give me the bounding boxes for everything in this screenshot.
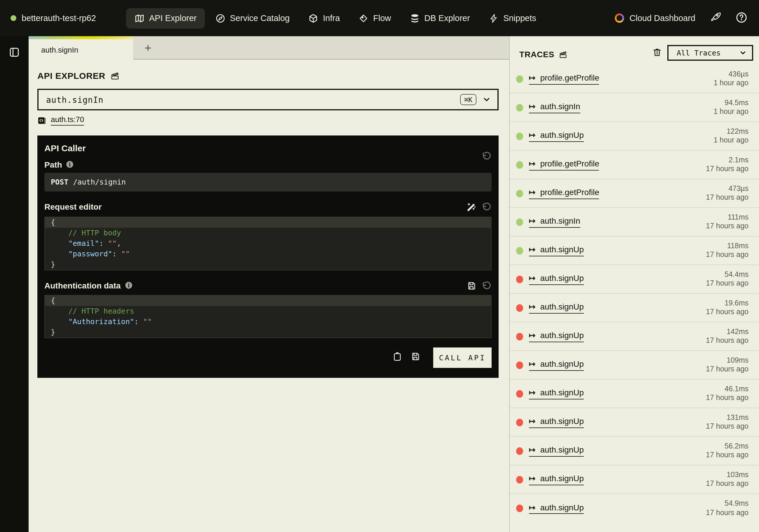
trace-row[interactable]: ↦auth.signUp122ms1 hour ago [509,122,759,151]
request-reset-button[interactable] [481,202,492,214]
trace-duration: 118ms [706,241,748,251]
nav-label: API Explorer [149,14,197,23]
tab-strip: + auth.signIn [28,36,509,60]
traces-filter-dropdown[interactable]: All Traces [667,45,753,61]
trace-time: 17 hours ago [706,508,748,517]
trace-row[interactable]: ↦auth.signUp142ms17 hours ago [509,322,759,351]
trace-link[interactable]: ↦profile.getProfile [529,73,599,85]
code-line: } [45,327,491,338]
trace-meta: 2.1ms17 hours ago [706,156,748,174]
trace-arrow-icon: ↦ [529,273,536,283]
nav-item-infra[interactable]: Infra [300,8,348,28]
trace-link[interactable]: ↦auth.signUp [529,302,584,313]
trace-meta: 19.6ms17 hours ago [706,299,748,317]
magic-wand-icon [466,202,476,212]
trace-time: 17 hours ago [706,222,748,231]
trace-row[interactable]: ↦profile.getProfile436µs1 hour ago [509,65,759,94]
save-floppy-icon [411,352,420,362]
code-file-icon [37,116,46,125]
trace-time: 1 hour ago [713,136,748,145]
trace-row[interactable]: ↦auth.signUp131ms17 hours ago [509,408,759,437]
trace-row[interactable]: ↦auth.signIn111ms17 hours ago [509,208,759,236]
trace-arrow-icon: ↦ [529,188,536,197]
call-api-button[interactable]: CALL API [433,347,492,368]
traces-panel: TRACES All Traces ↦profile.getProfile436… [509,36,759,532]
trace-row[interactable]: ↦auth.signUp19.6ms17 hours ago [509,294,759,322]
auth-reset-button[interactable] [481,281,492,293]
trace-link[interactable]: ↦auth.signIn [529,216,580,228]
trace-link[interactable]: ↦auth.signUp [529,359,584,371]
trace-row[interactable]: ↦auth.signUp54.4ms17 hours ago [509,265,759,294]
trace-row[interactable]: ↦profile.getProfile473µs17 hours ago [509,179,759,208]
trace-link[interactable]: ↦auth.signUp [529,417,584,428]
trace-link[interactable]: ↦auth.signUp [529,331,584,342]
trace-link[interactable]: ↦auth.signUp [529,245,584,256]
trace-link[interactable]: ↦auth.signUp [529,388,584,399]
trace-duration: 109ms [706,356,748,365]
tab-auth-signin[interactable]: auth.signIn [28,36,133,60]
sidebar-toggle-button[interactable] [9,47,19,59]
trace-name: auth.signUp [540,359,583,369]
copy-curl-button[interactable] [392,352,402,363]
api-caller-panel: API Caller Path POST /auth/signin Reques… [37,135,499,378]
nav-item-db-explorer[interactable]: DB Explorer [402,8,478,28]
main-nav: API Explorer Service Catalog Infra Flow … [126,8,544,28]
trace-row[interactable]: ↦auth.signUp54.9ms17 hours ago [509,494,759,523]
trace-link[interactable]: ↦auth.signUp [529,474,584,485]
trace-status-dot [516,505,523,512]
trace-link[interactable]: ↦auth.signUp [529,131,584,142]
trace-meta: 54.9ms17 hours ago [706,499,748,517]
nav-label: Snippets [503,14,536,23]
source-link[interactable]: auth.ts:70 [51,115,84,126]
auth-save-button[interactable] [466,281,476,292]
trace-link[interactable]: ↦profile.getProfile [529,159,599,171]
trace-status-dot [516,476,523,483]
trace-meta: 142ms17 hours ago [706,327,748,346]
trace-name: auth.signUp [540,331,583,340]
endpoint-select[interactable]: auth.signIn ⌘K [37,89,499,110]
trace-duration: 19.6ms [706,299,748,308]
trace-row[interactable]: ↦auth.signIn94.5ms1 hour ago [509,94,759,122]
cloud-dashboard-link[interactable]: Cloud Dashboard [615,14,695,23]
path-reset-button[interactable] [481,151,492,163]
trace-row[interactable]: ↦auth.signUp46.1ms17 hours ago [509,380,759,408]
project-selector[interactable]: betterauth-test-rp62 [0,14,96,23]
code-line: "password": "" [45,249,491,259]
trace-row[interactable]: ↦auth.signUp56.2ms17 hours ago [509,437,759,466]
trace-arrow-icon: ↦ [529,245,536,254]
save-request-button[interactable] [411,352,420,363]
trace-link[interactable]: ↦auth.signUp [529,445,584,457]
trace-link[interactable]: ↦auth.signIn [529,102,580,113]
nav-item-service-catalog[interactable]: Service Catalog [207,8,298,28]
nav-item-snippets[interactable]: Snippets [481,8,544,28]
trace-row[interactable]: ↦auth.signUp109ms17 hours ago [509,351,759,380]
request-editor-label: Request editor [44,202,101,211]
trace-link[interactable]: ↦auth.signUp [529,503,584,514]
nav-item-api-explorer[interactable]: API Explorer [126,8,205,28]
request-body-editor[interactable]: {// HTTP body"email": "","password": ""} [44,216,492,271]
auth-data-label-row: Authentication data [44,281,132,290]
trace-time: 1 hour ago [713,79,748,88]
database-icon [410,13,420,23]
trace-name: auth.signIn [540,216,580,226]
trace-arrow-icon: ↦ [529,359,536,369]
trace-row[interactable]: ↦profile.getProfile2.1ms17 hours ago [509,151,759,179]
onboarding-rocket-button[interactable] [709,11,722,25]
trace-row[interactable]: ↦auth.signUp118ms17 hours ago [509,236,759,265]
trace-link[interactable]: ↦auth.signUp [529,273,584,285]
trace-time: 17 hours ago [706,193,748,202]
reset-icon [481,202,492,212]
auth-headers-editor[interactable]: {// HTTP headers"Authorization": ""} [44,295,492,339]
help-button[interactable] [736,11,747,25]
generate-request-button[interactable] [466,202,476,214]
clear-traces-button[interactable] [652,47,662,59]
new-tab-button[interactable]: + [141,40,155,56]
trace-link[interactable]: ↦profile.getProfile [529,188,599,199]
trace-row[interactable]: ↦auth.signUp103ms17 hours ago [509,466,759,494]
nav-item-flow[interactable]: Flow [350,8,399,28]
trace-name: auth.signUp [540,245,583,254]
trace-status-dot [516,418,523,426]
trace-time: 17 hours ago [706,279,748,288]
http-method: POST [51,178,68,186]
trace-status-dot [516,75,523,83]
